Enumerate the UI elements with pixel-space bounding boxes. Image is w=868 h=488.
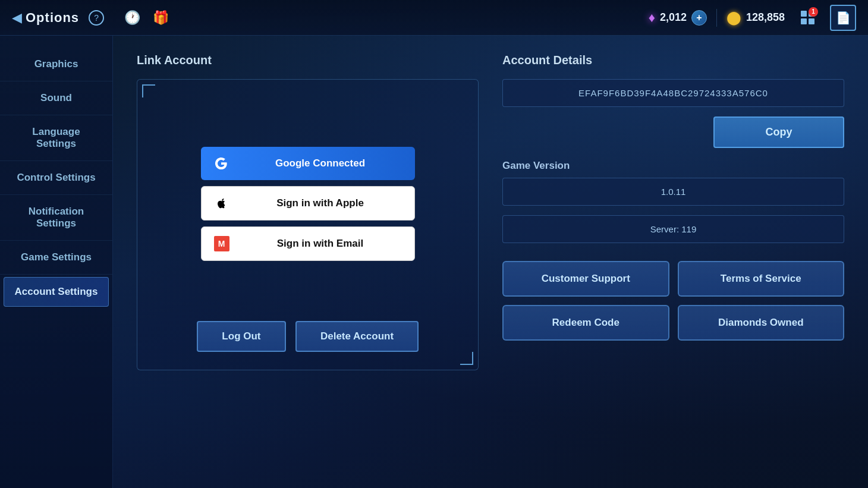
back-button[interactable]: ◀ Options	[12, 10, 79, 26]
grid-menu-button[interactable]: 1	[794, 5, 820, 31]
account-details-box: EFAF9F6BD39F4A48BC29724333A576C0 Copy Ga…	[502, 79, 844, 341]
uid-field: EFAF9F6BD39F4A48BC29724333A576C0	[502, 79, 844, 107]
diamond-currency: ♦ 2,012 +	[649, 10, 707, 26]
left-panel: Link Account Google Connected	[137, 53, 479, 470]
delete-account-button[interactable]: Delete Account	[295, 321, 419, 352]
link-account-box: Google Connected Sign in with Apple M	[137, 79, 479, 370]
email-icon: M	[213, 235, 230, 252]
sidebar-item-control[interactable]: Control Settings	[0, 161, 112, 195]
top-bar: ◀ Options ? 🕐 🎁 ♦ 2,012 + ⬤ 128,858	[0, 0, 868, 36]
google-connected-button[interactable]: Google Connected	[201, 147, 415, 180]
sidebar-item-notification[interactable]: Notification Settings	[0, 195, 112, 241]
diamond-icon: ♦	[649, 10, 655, 26]
google-connected-label: Google Connected	[238, 158, 403, 169]
sidebar-item-account[interactable]: Account Settings	[4, 277, 109, 307]
sidebar-item-language[interactable]: Language Settings	[0, 115, 112, 161]
right-panel: Account Details EFAF9F6BD39F4A48BC297243…	[502, 53, 844, 470]
action-grid: Customer Support Terms of Service Redeem…	[502, 261, 844, 341]
email-signin-label: Sign in with Email	[238, 238, 402, 250]
apple-icon	[213, 195, 230, 212]
terms-of-service-button[interactable]: Terms of Service	[678, 261, 845, 297]
server-field: Server: 119	[502, 215, 844, 243]
add-diamonds-button[interactable]: +	[691, 10, 707, 26]
coin-currency: ⬤ 128,858	[727, 10, 785, 26]
customer-support-button[interactable]: Customer Support	[502, 261, 669, 297]
main-layout: Graphics Sound Language Settings Control…	[0, 36, 868, 488]
help-button[interactable]: ?	[89, 10, 104, 26]
link-account-title: Link Account	[137, 53, 479, 67]
account-details-title: Account Details	[502, 53, 844, 67]
sidebar-item-sound[interactable]: Sound	[0, 81, 112, 115]
copy-btn-row: Copy	[502, 117, 844, 148]
top-bar-icons: 🕐 🎁	[121, 7, 172, 29]
game-version-label: Game Version	[502, 160, 844, 172]
logout-button[interactable]: Log Out	[197, 321, 286, 352]
version-field: 1.0.11	[502, 178, 844, 206]
diamond-value: 2,012	[660, 11, 687, 24]
email-signin-button[interactable]: M Sign in with Email	[201, 226, 415, 261]
content-area: Link Account Google Connected	[113, 36, 868, 488]
top-bar-right: ♦ 2,012 + ⬤ 128,858 1 📄	[649, 5, 856, 31]
bottom-buttons: Log Out Delete Account	[137, 321, 478, 352]
clock-button[interactable]: 🕐	[121, 7, 143, 29]
auth-buttons: Google Connected Sign in with Apple M	[201, 147, 415, 261]
book-icon: 📄	[836, 11, 851, 25]
sidebar: Graphics Sound Language Settings Control…	[0, 36, 113, 488]
coin-value: 128,858	[746, 11, 785, 24]
top-bar-left: ◀ Options ? 🕐 🎁	[12, 7, 172, 29]
coin-icon: ⬤	[727, 10, 741, 26]
notification-badge: 1	[809, 7, 818, 17]
apple-signin-label: Sign in with Apple	[238, 197, 402, 209]
sidebar-item-game[interactable]: Game Settings	[0, 241, 112, 275]
back-arrow-icon: ◀	[12, 11, 22, 24]
diamonds-owned-button[interactable]: Diamonds Owned	[678, 305, 845, 341]
page-title: Options	[26, 10, 79, 26]
redeem-code-button[interactable]: Redeem Code	[502, 305, 669, 341]
gift-button[interactable]: 🎁	[149, 7, 172, 29]
sidebar-item-graphics[interactable]: Graphics	[0, 48, 112, 81]
copy-button[interactable]: Copy	[713, 117, 844, 148]
apple-signin-button[interactable]: Sign in with Apple	[201, 186, 415, 221]
book-button[interactable]: 📄	[830, 5, 856, 31]
google-icon	[213, 155, 229, 172]
uid-row: EFAF9F6BD39F4A48BC29724333A576C0	[502, 79, 844, 107]
currency-separator	[716, 9, 717, 27]
gift-icon: 🎁	[153, 10, 169, 26]
clock-icon: 🕐	[124, 10, 140, 26]
